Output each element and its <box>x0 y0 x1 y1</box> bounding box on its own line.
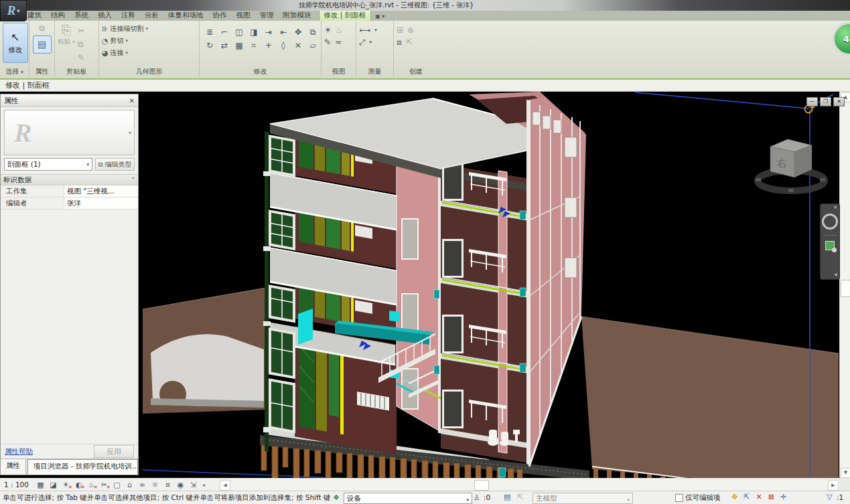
apply-button[interactable]: 应用 <box>94 445 134 458</box>
tab-properties[interactable]: 属性 <box>1 459 26 475</box>
sun-path-icon[interactable]: ☀✕ <box>60 481 72 489</box>
property-value[interactable]: 视图 "三维视... <box>64 185 138 197</box>
scroll-left-icon[interactable]: ◀ <box>220 480 230 491</box>
clipboard-tool-icon[interactable]: ✎ <box>78 52 84 63</box>
vertical-scrollbar[interactable]: ▲ ▼ <box>839 92 850 478</box>
select-links-icon[interactable]: ⇱ <box>743 493 750 501</box>
unlocked-3d-view-icon[interactable]: ⌂ <box>124 481 135 489</box>
section-box-rotate-handle[interactable] <box>805 106 812 113</box>
terrain-right[interactable] <box>581 317 839 491</box>
modify-tool-icon[interactable]: ◨ <box>246 25 261 39</box>
geometry-tool-button[interactable]: ◔ 剪切▾ <box>102 35 196 47</box>
view-minimize-button[interactable]: — <box>806 97 818 106</box>
crop-view-icon[interactable]: ✂✕ <box>98 481 110 489</box>
edit-type-button[interactable]: ⧉ 编辑类型 <box>95 158 135 171</box>
modify-tool-icon[interactable]: + <box>261 39 276 52</box>
show-crop-region-icon[interactable]: ▢ <box>111 481 123 489</box>
clipboard-tool-icon[interactable]: ✂ <box>78 25 84 36</box>
ribbon-tab[interactable]: 附加模块 <box>279 10 316 21</box>
modify-tool-icon[interactable]: ▱ <box>305 39 320 52</box>
ribbon-tab[interactable]: 插入 <box>93 10 117 21</box>
filter-icon[interactable]: ▽ <box>827 493 832 501</box>
active-workset-select[interactable]: 设备▾ <box>344 493 472 504</box>
create-parts-icon[interactable]: ⇱ <box>406 37 413 47</box>
right-facade[interactable] <box>526 97 586 467</box>
modify-tool-icon[interactable]: ⇥ <box>261 25 276 39</box>
ribbon-display-toggle-icon[interactable]: ▣ ▾ <box>375 13 384 21</box>
horizontal-scrollbar-thumb[interactable] <box>474 480 489 491</box>
show-rendering-dialog-icon[interactable]: ♨✕ <box>86 481 97 489</box>
temporary-view-properties-icon[interactable]: ◉ <box>175 481 186 489</box>
ribbon-tab-modify-section-box[interactable]: 修改 | 剖面框 <box>319 9 372 21</box>
geometry-tool-button[interactable]: ◕ 连接▾ <box>102 47 196 59</box>
modify-tool-icon[interactable]: ↻ <box>202 39 217 52</box>
modify-tool-icon[interactable]: ≣ <box>202 25 217 39</box>
geometry-tool-button[interactable]: ⊪ 连接端切割▾ <box>102 23 196 35</box>
temporary-hide-isolate-icon[interactable]: ∞ <box>137 481 148 489</box>
properties-close-icon[interactable]: ✕ <box>129 97 135 104</box>
detail-level-icon[interactable]: ▦ <box>35 481 46 489</box>
viewbar-overflow-icon[interactable]: ◂ <box>202 482 205 488</box>
editable-only-checkbox[interactable] <box>675 494 683 502</box>
linework-icon[interactable]: ✎ <box>324 37 331 47</box>
worksharing-display-icon[interactable]: ¤ <box>162 481 173 489</box>
press-drag-icon[interactable]: ✥ <box>731 493 737 501</box>
displaced-elements-icon[interactable]: ⇲ <box>188 481 199 489</box>
type-properties-icon[interactable]: ⧉ <box>39 23 45 33</box>
ribbon-tab[interactable]: 体量和场地 <box>163 10 208 21</box>
modify-tool-icon[interactable]: ⧉ <box>305 25 320 39</box>
type-preview[interactable]: R ▾ <box>4 110 135 155</box>
horizontal-scrollbar[interactable]: ◀ ▶ <box>219 478 839 491</box>
view-restore-button[interactable]: ❐ <box>820 97 831 106</box>
modify-tool-icon[interactable]: ✥ <box>291 25 305 39</box>
modify-tool-button[interactable]: ↖ 修改 <box>3 23 28 63</box>
ribbon-tab[interactable]: 管理 <box>255 10 279 21</box>
design-option-select[interactable]: 主模型▾ <box>533 493 633 504</box>
preview-dropdown-icon[interactable]: ▾ <box>129 130 131 136</box>
zoom-tool-icon[interactable] <box>825 241 835 250</box>
modify-tool-icon[interactable]: ⇄ <box>217 39 232 52</box>
ribbon-tab[interactable]: 视图 <box>232 10 255 21</box>
underlay-icon[interactable]: ≂ <box>335 37 342 47</box>
steering-wheel-icon[interactable] <box>822 214 838 230</box>
ribbon-tab[interactable]: 结构 <box>46 10 70 21</box>
deselect-icon[interactable]: ✕ <box>756 493 762 501</box>
render-icon[interactable]: ♨ <box>336 25 343 35</box>
modify-tool-icon[interactable]: ⇤ <box>276 25 291 39</box>
exclude-options-icon[interactable]: ⊠ <box>768 493 774 501</box>
view-close-button[interactable]: ✕ <box>833 97 845 106</box>
modify-tool-icon[interactable]: ✕ <box>291 39 305 52</box>
dimension-tool-icon[interactable]: ⤢ <box>359 37 366 47</box>
navbar-close-icon[interactable]: ✕ <box>831 204 839 211</box>
tab-project-browser[interactable]: 项目浏览器 - 技师学院机电培训... <box>27 459 138 475</box>
paste-button[interactable]: ⎘ 粘贴 ▾ <box>58 23 75 63</box>
panel-label-select[interactable]: 选择 <box>5 68 19 75</box>
identity-data-header[interactable]: 标识数据⌃ <box>1 174 138 185</box>
modify-tool-icon[interactable]: ⌐ <box>217 25 232 39</box>
properties-palette-toggle-button[interactable]: ▤ <box>33 35 52 54</box>
scroll-right-icon[interactable]: ▶ <box>828 480 839 491</box>
viewcube[interactable]: 右 <box>756 139 825 192</box>
create-assembly-icon[interactable]: ⧈ <box>397 37 402 47</box>
shadows-icon[interactable]: ◐✕ <box>73 481 84 489</box>
property-row[interactable]: 工作集 视图 "三维视... <box>1 185 138 197</box>
vertical-scrollbar-thumb[interactable] <box>841 280 850 297</box>
ribbon-tab[interactable]: 系统 <box>70 10 93 21</box>
editable-only-control[interactable]: 仅可编辑项 <box>675 493 721 503</box>
view-scale-button[interactable]: 1 : 100 <box>4 481 29 489</box>
editing-requests-icon[interactable]: ▤ <box>504 493 510 501</box>
application-menu-button[interactable]: R▾ <box>0 0 27 21</box>
drag-elements-icon[interactable]: ✛ <box>780 493 786 501</box>
modify-tool-icon[interactable]: ⌗ <box>246 39 261 52</box>
navbar-options-icon[interactable]: ▾ <box>833 272 839 279</box>
properties-help-link[interactable]: 属性帮助 <box>5 447 33 456</box>
viewcube-face-label[interactable]: 右 <box>776 157 787 169</box>
toggle-reveal-icon[interactable]: ☀ <box>324 25 332 35</box>
create-similar-icon[interactable]: ⊕ <box>407 25 414 35</box>
create-group-icon[interactable]: ⊞ <box>397 25 403 35</box>
modify-tool-icon[interactable]: ▦ <box>232 39 246 52</box>
modify-tool-icon[interactable]: ◊ <box>276 39 291 52</box>
type-selector[interactable]: 剖面框 (1)▾ <box>4 158 92 171</box>
reveal-hidden-elements-icon[interactable]: ☼ <box>149 481 161 489</box>
modify-tool-icon[interactable]: ◫ <box>232 25 246 39</box>
